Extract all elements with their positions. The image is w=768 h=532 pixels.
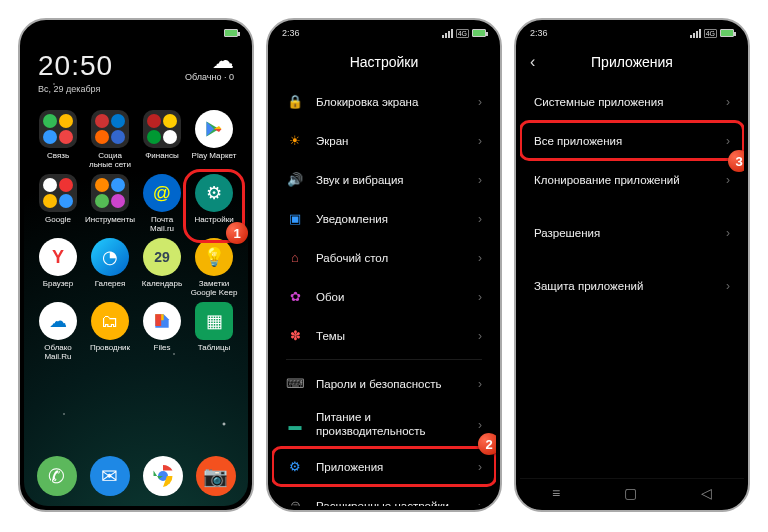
weather-widget[interactable]: ☁ Облачно · 0 [185, 50, 234, 94]
row-permissions[interactable]: Разрешения› [520, 213, 744, 252]
chevron-right-icon: › [478, 460, 482, 474]
row-label: Уведомления [316, 213, 388, 225]
app-label: Google [45, 215, 71, 224]
apps-list[interactable]: Системные приложения› Все приложения › 3… [520, 82, 744, 478]
row-label: Звук и вибрация [316, 174, 404, 186]
row-additional[interactable]: ⊜Расширенные настройки› [272, 486, 496, 506]
chevron-right-icon: › [726, 226, 730, 240]
lock-icon: 🔒 [286, 94, 304, 109]
row-label: Блокировка экрана [316, 96, 418, 108]
flower-icon: ✿ [286, 289, 304, 304]
app-label: Социа льные сети [89, 151, 131, 169]
network-4g-icon: 4G [704, 29, 717, 38]
app-settings[interactable]: ⚙ Настройки 1 [188, 174, 240, 238]
folder-social[interactable]: Социа льные сети [84, 110, 136, 174]
page-title: Приложения [591, 54, 673, 70]
chevron-right-icon: › [726, 95, 730, 109]
app-label: Связь [47, 151, 69, 160]
status-time: 2:36 [282, 28, 300, 38]
dock-chrome[interactable] [143, 456, 183, 496]
app-keep[interactable]: 💡 Заметки Google Keep [188, 238, 240, 302]
signal-icon [690, 29, 701, 38]
app-mailru[interactable]: @ Почта Mail.ru [136, 174, 188, 238]
app-label: Play Маркет [192, 151, 237, 160]
network-4g-icon: 4G [456, 29, 469, 38]
phone-settings: 2:36 4G Настройки 🔒Блокировка экрана› ☀Э… [266, 18, 502, 512]
app-browser[interactable]: Y Браузер [32, 238, 84, 302]
app-files[interactable]: Files [136, 302, 188, 366]
dock-camera[interactable]: 📷 [196, 456, 236, 496]
app-explorer[interactable]: 🗂 Проводник [84, 302, 136, 366]
settings-list[interactable]: 🔒Блокировка экрана› ☀Экран› 🔊Звук и вибр… [272, 82, 496, 506]
app-label: Files [154, 343, 171, 352]
divider [286, 359, 482, 360]
sun-icon: ☀ [286, 133, 304, 148]
header: Настройки [272, 42, 496, 82]
row-label: Питание и производительность [316, 411, 426, 439]
row-system-apps[interactable]: Системные приложения› [520, 82, 744, 121]
row-wallpaper[interactable]: ✿Обои› [272, 277, 496, 316]
chevron-right-icon: › [478, 329, 482, 343]
battery-icon [720, 29, 734, 37]
row-themes[interactable]: ✽Темы› [272, 316, 496, 355]
nav-home-icon[interactable]: ▢ [624, 485, 637, 501]
app-play-market[interactable]: Play Маркет [188, 110, 240, 174]
battery-icon [472, 29, 486, 37]
row-label: Приложения [316, 461, 383, 473]
app-calendar[interactable]: 29 Календарь [136, 238, 188, 302]
phone-apps-page: 2:36 4G ‹ Приложения Системные приложени… [514, 18, 750, 512]
nav-bar: ≡ ▢ ◁ [520, 478, 744, 506]
app-sheets[interactable]: ▦ Таблицы [188, 302, 240, 366]
row-homescreen[interactable]: ⌂Рабочий стол› [272, 238, 496, 277]
row-notifications[interactable]: ▣Уведомления› [272, 199, 496, 238]
row-battery[interactable]: ▬Питание и производительность› [272, 403, 496, 447]
chevron-right-icon: › [478, 290, 482, 304]
step-badge-1: 1 [226, 222, 248, 244]
app-grid: Связь Социа льные сети Финансы Play Марк… [24, 94, 248, 440]
theme-icon: ✽ [286, 328, 304, 343]
folder-finance[interactable]: Финансы [136, 110, 188, 174]
chevron-right-icon: › [478, 377, 482, 391]
step-badge-2: 2 [478, 433, 496, 455]
chevron-right-icon: › [726, 173, 730, 187]
home-icon: ⌂ [286, 250, 304, 265]
row-label: Экран [316, 135, 348, 147]
app-gallery[interactable]: ◔ Галерея [84, 238, 136, 302]
nav-back-icon[interactable]: ◁ [701, 485, 712, 501]
row-display[interactable]: ☀Экран› [272, 121, 496, 160]
row-label: Расширенные настройки [316, 500, 449, 507]
app-mailru-cloud[interactable]: ☁ Облако Mail.Ru [32, 302, 84, 366]
status-time: 2:36 [530, 28, 548, 38]
status-bar: 2:36 4G [272, 24, 496, 42]
folder-connectivity[interactable]: Связь [32, 110, 84, 174]
dock-messages[interactable]: ✉ [90, 456, 130, 496]
nav-menu-icon[interactable]: ≡ [552, 485, 560, 501]
clock[interactable]: 20:50 [38, 50, 113, 82]
weather-label: Облачно · 0 [185, 72, 234, 82]
row-all-apps[interactable]: Все приложения › 3 [520, 121, 744, 160]
row-label: Клонирование приложений [534, 174, 680, 186]
chevron-right-icon: › [726, 134, 730, 148]
row-label: Пароли и безопасность [316, 378, 441, 390]
row-apps[interactable]: ⚙ Приложения › 2 [272, 447, 496, 486]
folder-tools[interactable]: Инструменты [84, 174, 136, 238]
app-label: Почта Mail.ru [150, 215, 174, 233]
row-label: Обои [316, 291, 344, 303]
battery-icon [224, 29, 238, 37]
row-dual-apps[interactable]: Клонирование приложений› [520, 160, 744, 199]
page-title: Настройки [350, 54, 419, 70]
row-sound[interactable]: 🔊Звук и вибрация› [272, 160, 496, 199]
back-button[interactable]: ‹ [530, 53, 535, 71]
row-lockscreen[interactable]: 🔒Блокировка экрана› [272, 82, 496, 121]
app-label: Галерея [95, 279, 126, 288]
header: ‹ Приложения [520, 42, 744, 82]
dock-phone[interactable]: ✆ [37, 456, 77, 496]
date: Вс, 29 декабря [38, 84, 113, 94]
chevron-right-icon: › [478, 499, 482, 507]
row-passwords[interactable]: ⌨Пароли и безопасность› [272, 364, 496, 403]
battery-icon: ▬ [286, 418, 304, 433]
speaker-icon: 🔊 [286, 172, 304, 187]
folder-google[interactable]: Google [32, 174, 84, 238]
phone-home: ⌔ 20:50 Вс, 29 декабря ☁ Облачно · 0 Свя… [18, 18, 254, 512]
row-app-lock[interactable]: Защита приложений› [520, 266, 744, 305]
